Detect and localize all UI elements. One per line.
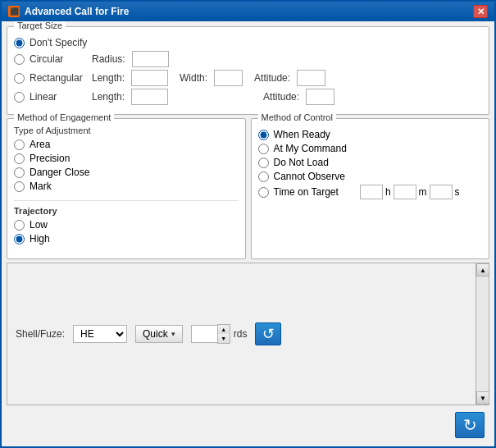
h-label: h [385,186,391,198]
target-size-title: Target Size [14,21,66,30]
scroll-track [476,277,489,391]
time-inputs: h m s [360,185,460,199]
title-bar-left: ⬛ Advanced Call for Fire [8,6,129,17]
method-engagement-title: Method of Engagement [14,112,114,122]
method-of-control-group: Method of Control When Ready At My Comma… [251,118,490,259]
precision-row: Precision [14,153,239,164]
window-icon: ⬛ [8,6,20,17]
fuze-dropdown-button[interactable]: Quick ▾ [135,325,183,343]
area-label: Area [30,139,50,150]
shell-select[interactable]: HE ILLUM SMK WP [73,325,127,343]
time-on-target-label: Time on Target [274,186,339,198]
shell-fuze-bar: Shell/Fuze: HE ILLUM SMK WP Quick ▾ 1 ▲ [7,263,476,405]
attitude-label-rect: Attitude: [254,72,290,84]
high-radio[interactable] [14,234,25,245]
low-row: Low [14,219,239,231]
attitude-label-lin: Attitude: [263,91,299,103]
action-refresh-button[interactable]: ↻ [455,412,485,438]
do-not-load-label: Do Not Load [274,157,329,168]
dont-specify-row: Don't Specify [14,37,482,48]
radius-label: Radius: [92,53,125,65]
dont-specify-label: Don't Specify [30,37,87,48]
time-on-target-radio[interactable] [258,187,269,198]
target-size-group: Target Size Don't Specify Circular Radiu… [7,26,489,115]
fuze-value: Quick [143,328,168,340]
do-not-load-radio[interactable] [258,158,269,168]
cannot-observe-radio[interactable] [258,171,269,182]
low-label: Low [30,219,48,231]
at-my-command-row: At My Command [258,143,483,154]
length-input-rect[interactable]: 100 [131,70,168,86]
low-radio[interactable] [14,220,25,231]
scroll-up-button[interactable]: ▲ [476,263,489,277]
shell-fuze-label: Shell/Fuze: [16,328,65,340]
action-refresh-icon: ↻ [463,415,477,435]
title-bar: ⬛ Advanced Call for Fire ✕ [2,2,494,21]
bottom-content-area: Shell/Fuze: HE ILLUM SMK WP Quick ▾ 1 ▲ [7,263,489,405]
danger-close-radio[interactable] [14,167,25,178]
window-title: Advanced Call for Fire [25,6,129,17]
circular-row: Circular Radius: 100 [14,51,482,67]
action-btn-area: ↻ [7,409,489,441]
time-h-input[interactable] [360,185,383,199]
precision-radio[interactable] [14,153,25,164]
width-label: Width: [180,72,207,84]
when-ready-row: When Ready [258,129,483,140]
length-input-lin[interactable]: 100 [131,89,168,105]
when-ready-radio[interactable] [258,130,269,140]
danger-close-label: Danger Close [30,167,89,178]
width-input[interactable]: 80 [214,70,243,86]
area-radio[interactable] [14,139,25,150]
time-m-input[interactable] [394,185,416,199]
radius-input[interactable]: 100 [132,51,169,67]
danger-close-row: Danger Close [14,167,239,178]
precision-label: Precision [30,153,70,164]
circular-radio[interactable] [14,54,25,65]
close-button[interactable]: ✕ [473,5,488,18]
middle-section: Method of Engagement Type of Adjustment … [7,118,489,259]
s-label: s [455,186,460,198]
length-label-lin: Length: [92,91,125,103]
mark-row: Mark [14,181,239,192]
when-ready-label: When Ready [274,129,330,140]
time-on-target-row: Time on Target h m s [258,185,483,199]
method-control-title: Method of Control [258,112,336,122]
spinner-down-button[interactable]: ▼ [218,334,230,343]
scroll-down-button[interactable]: ▼ [476,391,489,405]
high-label: High [30,233,50,245]
at-my-command-label: At My Command [274,143,347,154]
cannot-observe-label: Cannot Observe [274,171,345,182]
rectangular-label: Rectangular [30,72,87,84]
rectangular-radio[interactable] [14,73,25,84]
main-window: ⬛ Advanced Call for Fire ✕ Target Size D… [0,0,496,448]
dont-specify-radio[interactable] [14,38,25,48]
linear-row: Linear Length: 100 Attitude: 0 [14,89,482,105]
time-s-input[interactable] [430,185,453,199]
linear-radio[interactable] [14,92,25,103]
do-not-load-row: Do Not Load [258,157,483,168]
window-body: Target Size Don't Specify Circular Radiu… [2,21,494,446]
rds-group: 1 ▲ ▼ rds [191,324,248,344]
trajectory-title: Trajectory [14,206,239,216]
linear-label: Linear [30,91,87,103]
spinner-up-button[interactable]: ▲ [218,325,230,334]
circular-label: Circular [30,53,87,65]
m-label: m [419,186,427,198]
at-my-command-radio[interactable] [258,144,269,154]
type-adjustment-title: Type of Adjustment [14,126,239,135]
length-label-rect: Length: [92,72,125,84]
mark-radio[interactable] [14,181,25,192]
attitude-input-lin[interactable]: 0 [306,89,334,105]
spinner-buttons: ▲ ▼ [217,324,230,344]
refresh-icon: ↻ [262,325,275,343]
method-of-engagement-group: Method of Engagement Type of Adjustment … [7,118,246,259]
rds-spinner: 1 ▲ ▼ [191,324,230,344]
fuze-dropdown-arrow: ▾ [171,330,175,338]
mark-label: Mark [30,181,52,192]
rds-label: rds [234,328,248,340]
rds-input[interactable]: 1 [191,325,217,343]
scroll-panel: ▲ ▼ [476,263,489,405]
trajectory-section: Trajectory Low High [14,200,239,245]
refresh-button[interactable]: ↻ [255,322,281,345]
attitude-input-rect[interactable]: 0 [297,70,325,86]
